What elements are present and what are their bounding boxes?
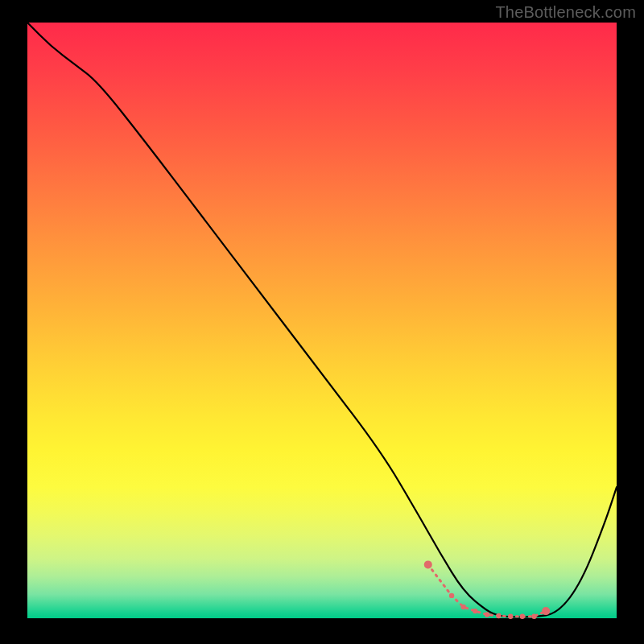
- optimal-marker-dot: [460, 605, 465, 609]
- optimal-marker-dot: [520, 614, 525, 619]
- plot-area: [27, 23, 617, 618]
- optimal-marker-dot: [424, 560, 432, 568]
- optimal-marker-dot: [473, 609, 477, 613]
- optimal-marker-dot: [531, 614, 536, 619]
- optimal-marker-dot: [508, 614, 513, 619]
- watermark-text: TheBottleneck.com: [495, 3, 636, 22]
- bottleneck-curve-line: [27, 23, 617, 617]
- optimal-marker-dot: [542, 607, 550, 615]
- optimal-marker-dot: [485, 612, 489, 617]
- curve-svg: [27, 23, 617, 618]
- chart-frame: TheBottleneck.com: [0, 0, 644, 644]
- optimal-range-connector: [428, 564, 546, 616]
- optimal-marker-dot: [496, 613, 501, 618]
- optimal-marker-dot: [449, 593, 454, 598]
